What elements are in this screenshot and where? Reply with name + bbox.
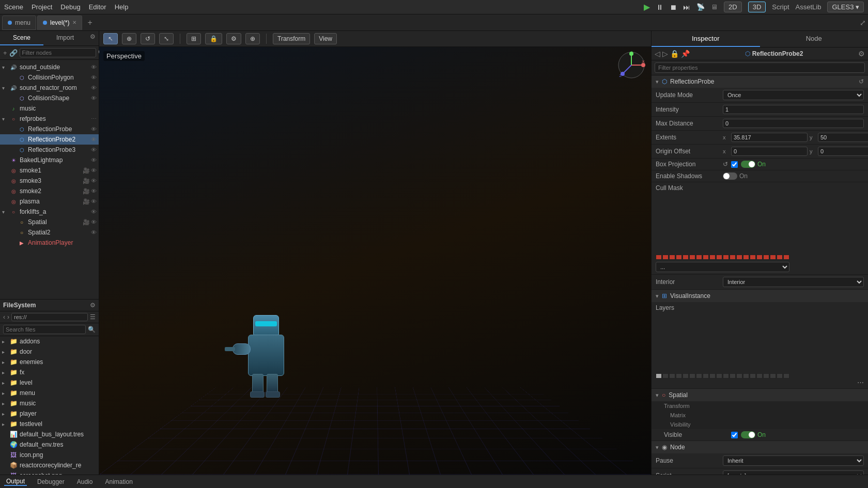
inspector-search-input[interactable] — [655, 62, 865, 73]
box-proj-toggle[interactable]: On — [741, 161, 766, 168]
layer-cell[interactable] — [716, 373, 722, 379]
tree-item-smoke2[interactable]: ◎ smoke2 🎥 👁 — [0, 186, 99, 196]
tree-item-music[interactable]: ♪ music — [0, 103, 99, 114]
visibility-icon[interactable]: 👁 — [91, 64, 97, 70]
history-forward-icon[interactable]: ▷ — [662, 50, 668, 58]
spatial-section[interactable]: ▾ ○ Spatial — [652, 389, 868, 401]
cull-cell[interactable] — [683, 255, 689, 260]
menu-debug[interactable]: Debug — [60, 3, 80, 11]
fs-settings-icon[interactable]: ⚙ — [90, 302, 96, 309]
visual-instance-section[interactable]: ▾ ⊞ VisualInstance — [652, 290, 868, 302]
pause-select[interactable]: Inherit — [723, 455, 864, 466]
tree-item-reflectionprobe2[interactable]: ⬡ ReflectionProbe2 👁 — [0, 134, 99, 145]
cull-cell[interactable] — [783, 255, 789, 260]
tab-close-icon[interactable]: ✕ — [72, 20, 76, 25]
rotate-tool-button[interactable]: ↺ — [141, 33, 155, 44]
visibility-icon[interactable]: 👁 — [91, 178, 97, 184]
pause-button[interactable]: ⏸ — [656, 3, 663, 11]
visibility-icon[interactable]: 👁 — [91, 198, 97, 204]
layer-cell[interactable] — [756, 373, 763, 379]
tree-item-reflectionprobe1[interactable]: ⬡ ReflectionProbe 👁 — [0, 124, 99, 134]
cull-cell[interactable] — [777, 255, 783, 260]
bottom-output-tab[interactable]: Output — [4, 478, 27, 486]
visible-toggle[interactable]: On — [741, 431, 766, 438]
fs-item-reactor[interactable]: 📦 reactorcorecylinder_re — [0, 460, 99, 470]
cull-cell[interactable] — [716, 255, 722, 260]
origin-x-input[interactable] — [731, 147, 808, 156]
visibility-icon[interactable]: 👁 — [91, 157, 97, 163]
fs-path[interactable]: res:// — [11, 313, 88, 321]
search-icon[interactable]: 🔍 — [88, 326, 96, 333]
fs-item-bus-layout[interactable]: 📊 default_bus_layout.tres — [0, 429, 99, 439]
box-proj-refresh-icon[interactable]: ↺ — [723, 161, 728, 168]
intensity-input[interactable] — [723, 105, 864, 114]
extents-y-input[interactable] — [818, 133, 868, 142]
origin-y-input[interactable] — [818, 147, 868, 156]
update-mode-select[interactable]: Once — [723, 90, 864, 100]
layer-cell[interactable] — [676, 373, 682, 379]
stop-button[interactable]: ⏹ — [670, 3, 677, 11]
layer-cell[interactable] — [743, 373, 749, 379]
filter-nodes-input[interactable] — [20, 48, 96, 57]
cull-cell[interactable] — [703, 255, 709, 260]
fs-item-music[interactable]: ▸ 📁 music — [0, 398, 99, 408]
lock-icon[interactable]: 🔒 — [670, 50, 679, 58]
view-button[interactable]: View — [314, 33, 337, 44]
tree-item-bakedlightmap[interactable]: ☀ BakedLightmap 👁 — [0, 155, 99, 165]
cull-cell[interactable] — [770, 255, 776, 260]
tab-expand-button[interactable]: ⤢ — [860, 19, 866, 27]
play-button[interactable]: ▶ — [644, 2, 650, 12]
fs-item-addons[interactable]: ▸ 📁 addons — [0, 336, 99, 347]
cull-cell[interactable] — [756, 255, 763, 260]
cull-cell[interactable] — [669, 255, 675, 260]
fs-item-level[interactable]: ▸ 📁 level — [0, 377, 99, 388]
add-node-vp-button[interactable]: ⊕ — [245, 33, 260, 44]
fs-item-icon[interactable]: 🖼 icon.png — [0, 450, 99, 460]
visible-checkbox[interactable] — [731, 432, 738, 438]
menu-editor[interactable]: Editor — [89, 3, 106, 11]
fs-search-input[interactable] — [3, 325, 86, 334]
btn-assetlib[interactable]: AssetLib — [796, 3, 822, 11]
fs-layout-icon[interactable]: ☰ — [90, 313, 96, 321]
settings-tool-button[interactable]: ⚙ — [226, 33, 241, 44]
tree-item-sound-reactor[interactable]: ▾ 🔊 sound_reactor_room 👁 — [0, 83, 99, 93]
layer-cell[interactable] — [770, 373, 776, 379]
menu-scene[interactable]: Scene — [4, 3, 23, 11]
script-select[interactable]: [empty] — [723, 470, 864, 475]
add-node-button[interactable]: + — [3, 49, 7, 57]
add-instance-button[interactable]: 🔗 — [9, 49, 18, 57]
inspector-tab-inspector[interactable]: Inspector — [652, 31, 760, 47]
viewport-view[interactable]: Perspective X Y Z — [99, 47, 651, 475]
cull-cell[interactable] — [730, 255, 736, 260]
tree-item-smoke1[interactable]: ◎ smoke1 🎥 👁 — [0, 165, 99, 176]
tree-item-plasma[interactable]: ◎ plasma 🎥 👁 — [0, 196, 99, 207]
scene-settings-icon[interactable]: ⚙ — [87, 31, 99, 45]
cull-cell[interactable] — [676, 255, 682, 260]
layer-cell[interactable] — [662, 373, 669, 379]
menu-project[interactable]: Project — [32, 3, 52, 11]
select-tool-button[interactable]: ↖ — [103, 33, 118, 44]
layer-cell[interactable] — [689, 373, 695, 379]
visibility-icon[interactable]: 👁 — [91, 136, 97, 143]
tree-item-reflectionprobe3[interactable]: ⬡ ReflectionProbe3 👁 — [0, 145, 99, 155]
layer-cell[interactable] — [763, 373, 769, 379]
visibility-icon[interactable]: 👁 — [91, 95, 97, 101]
tree-item-smoke3[interactable]: ◎ smoke3 🎥 👁 — [0, 176, 99, 186]
bottom-debugger-tab[interactable]: Debugger — [35, 478, 67, 485]
layer-cell[interactable] — [683, 373, 689, 379]
menu-help[interactable]: Help — [115, 3, 129, 11]
pin-icon[interactable]: 📌 — [681, 50, 690, 58]
layer-cell[interactable] — [777, 373, 783, 379]
snap-tool-button[interactable]: ⊞ — [187, 33, 201, 44]
bottom-audio-tab[interactable]: Audio — [75, 478, 95, 485]
fs-item-screenshot[interactable]: 🖼 screenshot.png — [0, 470, 99, 475]
tree-item-forklifts[interactable]: ▾ ○ forklifts_a 👁 — [0, 207, 99, 217]
node-section[interactable]: ▾ ◉ Node — [652, 441, 868, 453]
layer-cell[interactable] — [783, 373, 789, 379]
btn-3d[interactable]: 3D — [748, 2, 766, 12]
layer-cell[interactable] — [703, 373, 709, 379]
fs-item-fx[interactable]: ▸ 📁 fx — [0, 367, 99, 377]
max-distance-input[interactable] — [723, 119, 864, 128]
visibility-icon[interactable]: 👁 — [91, 167, 97, 174]
collapse-icon[interactable]: ⋯ — [91, 116, 97, 122]
